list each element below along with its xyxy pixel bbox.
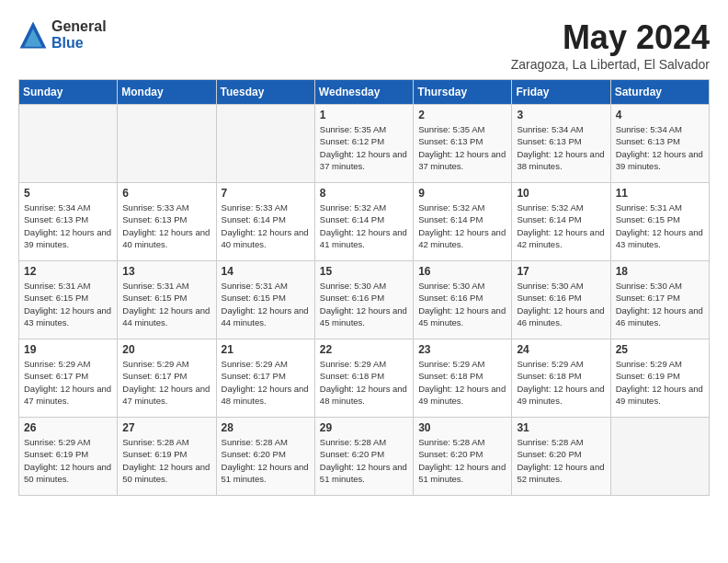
day-number: 12: [24, 265, 112, 278]
weekday-header-wednesday: Wednesday: [314, 80, 413, 105]
day-info: Sunrise: 5:30 AM Sunset: 6:16 PM Dayligh…: [517, 280, 605, 328]
calendar-day: 23Sunrise: 5:29 AM Sunset: 6:18 PM Dayli…: [414, 339, 512, 418]
calendar-day: 25Sunrise: 5:29 AM Sunset: 6:19 PM Dayli…: [610, 339, 709, 418]
day-number: 2: [418, 109, 506, 121]
day-number: 1: [320, 109, 408, 121]
calendar-day: 12Sunrise: 5:31 AM Sunset: 6:15 PM Dayli…: [19, 261, 118, 339]
calendar-day: 20Sunrise: 5:29 AM Sunset: 6:17 PM Dayli…: [118, 339, 216, 418]
calendar-day: 1Sunrise: 5:35 AM Sunset: 6:12 PM Daylig…: [314, 105, 413, 183]
day-number: 16: [418, 265, 506, 278]
day-info: Sunrise: 5:28 AM Sunset: 6:20 PM Dayligh…: [517, 436, 605, 485]
day-info: Sunrise: 5:29 AM Sunset: 6:19 PM Dayligh…: [616, 358, 704, 407]
day-info: Sunrise: 5:29 AM Sunset: 6:18 PM Dayligh…: [418, 358, 506, 407]
day-info: Sunrise: 5:31 AM Sunset: 6:15 PM Dayligh…: [222, 280, 310, 328]
day-number: 6: [122, 187, 210, 200]
calendar-day: 27Sunrise: 5:28 AM Sunset: 6:19 PM Dayli…: [118, 418, 216, 496]
day-number: 4: [616, 109, 704, 121]
calendar-day: 7Sunrise: 5:33 AM Sunset: 6:14 PM Daylig…: [216, 183, 314, 261]
day-info: Sunrise: 5:29 AM Sunset: 6:17 PM Dayligh…: [222, 358, 310, 407]
day-info: Sunrise: 5:31 AM Sunset: 6:15 PM Dayligh…: [24, 280, 112, 328]
calendar-day: [610, 418, 709, 496]
calendar-day: 22Sunrise: 5:29 AM Sunset: 6:18 PM Dayli…: [314, 339, 413, 418]
day-number: 27: [122, 421, 210, 434]
weekday-header-saturday: Saturday: [610, 80, 709, 105]
day-number: 21: [222, 343, 310, 356]
calendar-day: 4Sunrise: 5:34 AM Sunset: 6:13 PM Daylig…: [610, 105, 709, 183]
day-info: Sunrise: 5:29 AM Sunset: 6:17 PM Dayligh…: [24, 358, 112, 407]
day-info: Sunrise: 5:34 AM Sunset: 6:13 PM Dayligh…: [24, 201, 112, 250]
day-info: Sunrise: 5:29 AM Sunset: 6:18 PM Dayligh…: [320, 358, 408, 407]
weekday-header-sunday: Sunday: [19, 80, 118, 105]
day-number: 30: [418, 421, 506, 434]
day-number: 9: [418, 187, 506, 200]
calendar-day: 15Sunrise: 5:30 AM Sunset: 6:16 PM Dayli…: [314, 261, 413, 339]
day-number: 18: [616, 265, 704, 278]
day-number: 14: [222, 265, 310, 278]
calendar-day: 16Sunrise: 5:30 AM Sunset: 6:16 PM Dayli…: [414, 261, 512, 339]
day-info: Sunrise: 5:33 AM Sunset: 6:14 PM Dayligh…: [222, 201, 310, 250]
calendar-day: [216, 105, 314, 183]
day-info: Sunrise: 5:28 AM Sunset: 6:19 PM Dayligh…: [122, 436, 210, 485]
calendar-day: 29Sunrise: 5:28 AM Sunset: 6:20 PM Dayli…: [314, 418, 413, 496]
calendar-day: 31Sunrise: 5:28 AM Sunset: 6:20 PM Dayli…: [512, 418, 610, 496]
logo-general-text: General: [51, 18, 107, 35]
logo: General Blue: [18, 18, 107, 51]
day-info: Sunrise: 5:31 AM Sunset: 6:15 PM Dayligh…: [122, 280, 210, 328]
day-number: 26: [24, 421, 112, 434]
day-info: Sunrise: 5:33 AM Sunset: 6:13 PM Dayligh…: [122, 201, 210, 250]
day-number: 5: [24, 187, 112, 200]
day-number: 22: [320, 343, 408, 356]
calendar-day: 13Sunrise: 5:31 AM Sunset: 6:15 PM Dayli…: [118, 261, 216, 339]
calendar-day: 30Sunrise: 5:28 AM Sunset: 6:20 PM Dayli…: [414, 418, 512, 496]
day-info: Sunrise: 5:30 AM Sunset: 6:17 PM Dayligh…: [616, 280, 704, 328]
calendar-day: 17Sunrise: 5:30 AM Sunset: 6:16 PM Dayli…: [512, 261, 610, 339]
calendar-week-2: 5Sunrise: 5:34 AM Sunset: 6:13 PM Daylig…: [19, 183, 710, 261]
calendar-day: 6Sunrise: 5:33 AM Sunset: 6:13 PM Daylig…: [118, 183, 216, 261]
day-info: Sunrise: 5:30 AM Sunset: 6:16 PM Dayligh…: [320, 280, 408, 328]
day-info: Sunrise: 5:29 AM Sunset: 6:19 PM Dayligh…: [24, 436, 112, 485]
weekday-header-friday: Friday: [512, 80, 610, 105]
day-number: 17: [517, 265, 605, 278]
calendar-day: 18Sunrise: 5:30 AM Sunset: 6:17 PM Dayli…: [610, 261, 709, 339]
calendar-day: 10Sunrise: 5:32 AM Sunset: 6:14 PM Dayli…: [512, 183, 610, 261]
calendar-day: 19Sunrise: 5:29 AM Sunset: 6:17 PM Dayli…: [19, 339, 118, 418]
day-number: 31: [517, 421, 605, 434]
day-info: Sunrise: 5:32 AM Sunset: 6:14 PM Dayligh…: [418, 201, 506, 250]
calendar-week-5: 26Sunrise: 5:29 AM Sunset: 6:19 PM Dayli…: [19, 418, 710, 496]
calendar-day: 11Sunrise: 5:31 AM Sunset: 6:15 PM Dayli…: [610, 183, 709, 261]
calendar-week-4: 19Sunrise: 5:29 AM Sunset: 6:17 PM Dayli…: [19, 339, 710, 418]
calendar-week-1: 1Sunrise: 5:35 AM Sunset: 6:12 PM Daylig…: [19, 105, 710, 183]
calendar-day: 21Sunrise: 5:29 AM Sunset: 6:17 PM Dayli…: [216, 339, 314, 418]
page-header: General Blue May 2024 Zaragoza, La Liber…: [18, 18, 710, 72]
day-info: Sunrise: 5:34 AM Sunset: 6:13 PM Dayligh…: [616, 123, 704, 172]
day-number: 23: [418, 343, 506, 356]
day-number: 11: [616, 187, 704, 200]
logo-text: General Blue: [51, 18, 107, 51]
day-number: 13: [122, 265, 210, 278]
day-info: Sunrise: 5:29 AM Sunset: 6:17 PM Dayligh…: [122, 358, 210, 407]
day-number: 7: [222, 187, 310, 200]
day-info: Sunrise: 5:35 AM Sunset: 6:13 PM Dayligh…: [418, 123, 506, 172]
calendar-body: 1Sunrise: 5:35 AM Sunset: 6:12 PM Daylig…: [19, 105, 710, 496]
day-info: Sunrise: 5:32 AM Sunset: 6:14 PM Dayligh…: [320, 201, 408, 250]
logo-icon: [18, 20, 48, 50]
day-info: Sunrise: 5:32 AM Sunset: 6:14 PM Dayligh…: [517, 201, 605, 250]
calendar-table: SundayMondayTuesdayWednesdayThursdayFrid…: [18, 79, 710, 496]
day-info: Sunrise: 5:31 AM Sunset: 6:15 PM Dayligh…: [616, 201, 704, 250]
day-number: 24: [517, 343, 605, 356]
day-number: 25: [616, 343, 704, 356]
calendar-header: SundayMondayTuesdayWednesdayThursdayFrid…: [19, 80, 710, 105]
day-info: Sunrise: 5:35 AM Sunset: 6:12 PM Dayligh…: [320, 123, 408, 172]
day-info: Sunrise: 5:34 AM Sunset: 6:13 PM Dayligh…: [517, 123, 605, 172]
calendar-day: 14Sunrise: 5:31 AM Sunset: 6:15 PM Dayli…: [216, 261, 314, 339]
location-title: Zaragoza, La Libertad, El Salvador: [511, 57, 710, 72]
day-info: Sunrise: 5:29 AM Sunset: 6:18 PM Dayligh…: [517, 358, 605, 407]
weekday-header-thursday: Thursday: [414, 80, 512, 105]
logo-blue-text: Blue: [51, 35, 107, 52]
weekday-header-row: SundayMondayTuesdayWednesdayThursdayFrid…: [19, 80, 710, 105]
calendar-week-3: 12Sunrise: 5:31 AM Sunset: 6:15 PM Dayli…: [19, 261, 710, 339]
calendar-day: 2Sunrise: 5:35 AM Sunset: 6:13 PM Daylig…: [414, 105, 512, 183]
calendar-day: 9Sunrise: 5:32 AM Sunset: 6:14 PM Daylig…: [414, 183, 512, 261]
title-block: May 2024 Zaragoza, La Libertad, El Salva…: [511, 18, 710, 72]
calendar-day: [19, 105, 118, 183]
